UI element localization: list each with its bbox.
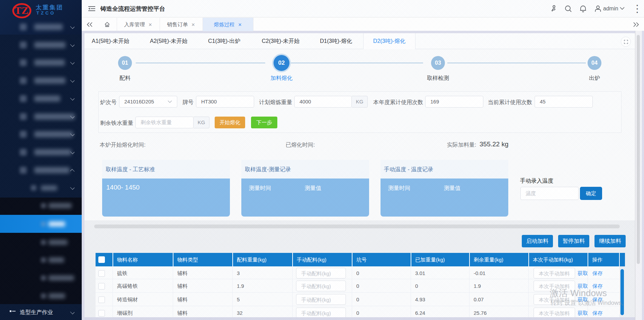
svg-text:TZ: TZ [15,4,28,16]
